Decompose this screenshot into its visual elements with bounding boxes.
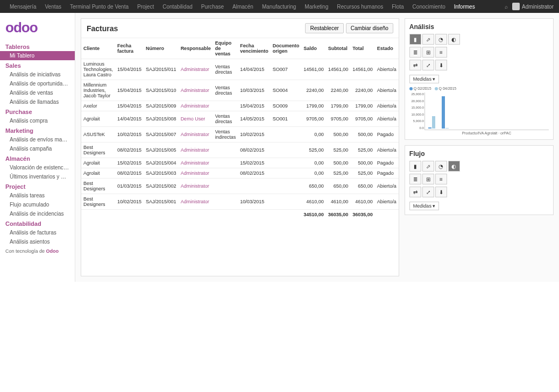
table-header[interactable]: Fecha factura [115, 38, 144, 59]
sidebar-item[interactable]: Análisis de facturas [0, 228, 75, 237]
cell-responsable: Demo User [179, 111, 213, 127]
cell-subtotal: 4610,00 [326, 194, 351, 210]
nav-item[interactable]: Mensajería [5, 4, 40, 10]
nav-item[interactable]: Ventas [40, 4, 66, 10]
sidebar-item[interactable]: Análisis de oportunidades [0, 79, 75, 88]
sidebar-item[interactable]: Análisis asientos [0, 237, 75, 246]
analysis-chart: Q 02/2015Q 04/2015 25,000.020,000.015,00… [409, 87, 549, 135]
bar-chart-icon[interactable]: ▮ [409, 161, 421, 172]
grid-icon[interactable]: ⊞ [422, 47, 434, 58]
list-icon[interactable]: ≣ [409, 174, 421, 184]
table-row[interactable]: ASUSTeK10/02/2015SAJ/2015/007Administrat… [81, 127, 399, 142]
pivot-icon[interactable]: ◐ [448, 161, 460, 172]
cell-vencimiento: 10/02/2015 [238, 127, 271, 142]
line-chart-icon[interactable]: ⬀ [422, 34, 434, 45]
user-menu[interactable]: Administrator [512, 3, 554, 10]
sidebar-item[interactable]: Flujo acumulado [0, 200, 75, 209]
nav-item[interactable]: Project [133, 4, 158, 10]
cell-responsable: Administrator [179, 142, 213, 158]
pivot-icon[interactable]: ◐ [448, 34, 460, 45]
nav-item[interactable]: Contabilidad [158, 4, 197, 10]
expand-icon[interactable]: ⤢ [422, 60, 434, 70]
sidebar-item[interactable]: Mi Tablero [0, 51, 75, 60]
sidebar-item[interactable]: Últimos inventarios y movi... [0, 172, 75, 181]
expand-icon[interactable]: ⤢ [422, 187, 434, 197]
table-header[interactable]: Fecha vencimiento [238, 38, 271, 59]
cell-total: 650,00 [350, 179, 375, 194]
sidebar: odoo TablerosMi TableroSalesAnálisis de … [0, 13, 75, 282]
table-row[interactable]: Agrolait14/04/2015SAJ/2015/008Demo UserV… [81, 111, 399, 127]
sidebar-item[interactable]: Valoración de existencias [0, 163, 75, 172]
table-header[interactable]: Subtotal [326, 38, 351, 59]
nav-item[interactable]: Manufacturing [258, 4, 300, 10]
table-header[interactable]: Equipo de ventas [213, 38, 238, 59]
sidebar-item[interactable]: Análisis compra [0, 116, 75, 125]
sidebar-section-title: Tableros [0, 41, 75, 51]
swap-icon[interactable]: ⇄ [409, 60, 421, 70]
sidebar-item[interactable]: Análisis de ventas [0, 88, 75, 97]
table-row[interactable]: Luminous Technologies, Laura Castro15/04… [81, 59, 399, 80]
cell-saldo: 650,00 [301, 179, 326, 194]
cambiar-diseno-button[interactable]: Cambiar diseño [346, 23, 393, 33]
stack-icon[interactable]: ≡ [435, 47, 447, 58]
cell-estado: Pagado [375, 158, 399, 168]
download-icon[interactable]: ⬇ [435, 60, 447, 70]
table-row[interactable]: Best Designers08/02/2015SAJ/2015/005Admi… [81, 142, 399, 158]
cell-numero: SAJ/2015/009 [144, 101, 179, 111]
cell-equipo: Ventas directas [213, 80, 238, 101]
pie-chart-icon[interactable]: ◔ [435, 161, 447, 172]
search-icon[interactable]: ⌕ [500, 4, 512, 10]
sidebar-item[interactable]: Análisis de llamadas [0, 97, 75, 106]
table-header[interactable]: Total [350, 38, 375, 59]
table-header[interactable]: Estado [375, 38, 399, 59]
nav-item[interactable]: Marketing [300, 4, 332, 10]
table-header[interactable]: Cliente [81, 38, 115, 59]
medidas-dropdown[interactable]: Medidas ▾ [409, 75, 440, 83]
cell-origen [271, 158, 302, 168]
sidebar-item[interactable]: Análisis campaña [0, 144, 75, 153]
line-chart-icon[interactable]: ⬀ [422, 161, 434, 172]
cell-equipo: Ventas indirectas [213, 127, 238, 142]
table-header[interactable]: Número [144, 38, 179, 59]
grid-icon[interactable]: ⊞ [422, 174, 434, 184]
swap-icon[interactable]: ⇄ [409, 187, 421, 197]
stack-icon[interactable]: ≡ [435, 174, 447, 184]
nav-item[interactable]: Flota [387, 4, 408, 10]
table-row[interactable]: Axelor15/04/2015SAJ/2015/009Administrato… [81, 101, 399, 111]
restablecer-button[interactable]: Restablecer [305, 23, 343, 33]
download-icon[interactable]: ⬇ [435, 187, 447, 197]
pie-chart-icon[interactable]: ◔ [435, 34, 447, 45]
table-row[interactable]: Millennium Industries, Jacob Taylor15/04… [81, 80, 399, 101]
cell-equipo [213, 101, 238, 111]
nav-item[interactable]: Almacén [228, 4, 258, 10]
table-row[interactable]: Agrolait15/02/2015SAJ/2015/004Administra… [81, 158, 399, 168]
table-row[interactable]: Best Designers01/03/2015SAJ/2015/002Admi… [81, 179, 399, 194]
sidebar-item[interactable]: Análisis de envíos masivos [0, 135, 75, 144]
nav-item[interactable]: Recursos humanos [332, 4, 387, 10]
bar [445, 128, 449, 129]
table-row[interactable]: Best Designers10/02/2015SAJ/2015/001Admi… [81, 194, 399, 210]
cell-total: 1799,00 [350, 101, 375, 111]
cell-estado: Abierto/a [375, 179, 399, 194]
cell-saldo: 525,00 [301, 142, 326, 158]
nav-item[interactable]: Purchase [197, 4, 228, 10]
nav-item[interactable]: Terminal Punto de Venta [66, 4, 133, 10]
sidebar-item[interactable]: Análisis de incidencias [0, 209, 75, 218]
cell-estado: Abierto/a [375, 80, 399, 101]
nav-item[interactable]: Conocimiento [408, 4, 450, 10]
legend-item: Q 02/2015 [409, 87, 431, 90]
table-header[interactable]: Documento origen [271, 38, 302, 59]
table-header[interactable]: Responsable [179, 38, 213, 59]
table-header[interactable]: Saldo [301, 38, 326, 59]
table-row[interactable]: Agrolait08/02/2015SAJ/2015/003Administra… [81, 168, 399, 179]
cell-cliente: Best Designers [81, 179, 115, 194]
sidebar-section-title: Project [0, 181, 75, 191]
sidebar-item[interactable]: Análisis tareas [0, 191, 75, 200]
nav-item[interactable]: Informes [450, 4, 479, 10]
bar-chart-icon[interactable]: ▮ [409, 34, 421, 45]
cell-total: 9705,00 [350, 111, 375, 127]
cell-fecha: 15/04/2015 [115, 101, 144, 111]
flujo-medidas-dropdown[interactable]: Medidas ▾ [409, 202, 440, 210]
sidebar-item[interactable]: Análisis de iniciativas [0, 70, 75, 79]
list-icon[interactable]: ≣ [409, 47, 421, 58]
